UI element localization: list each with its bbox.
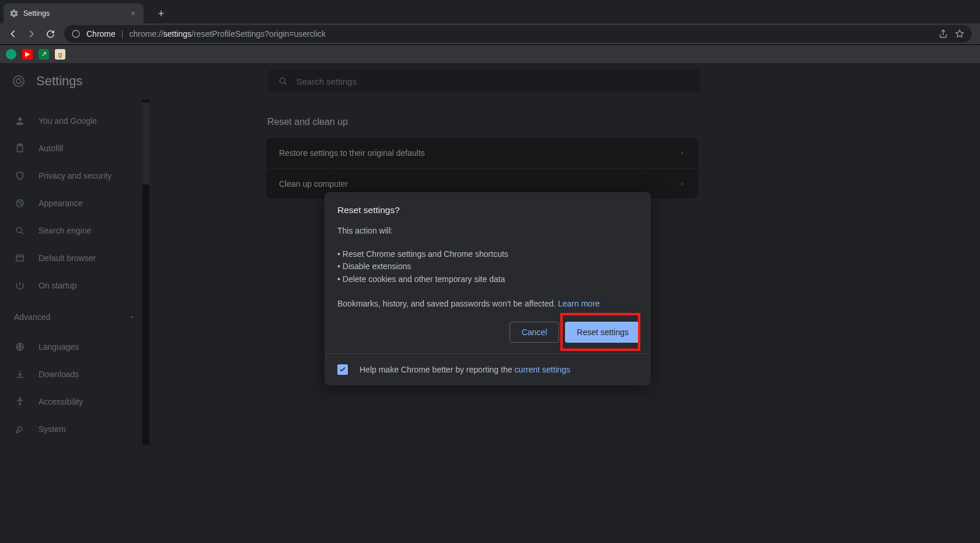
search-icon bbox=[14, 225, 26, 236]
sidebar-item-label: Autofill bbox=[39, 144, 63, 153]
dialog-bullets: • Reset Chrome settings and Chrome short… bbox=[337, 248, 638, 286]
reset-settings-dialog: Reset settings? This action will: • Rese… bbox=[325, 192, 651, 385]
bookmark-star-icon[interactable] bbox=[954, 29, 965, 39]
reload-button[interactable] bbox=[42, 26, 58, 42]
dialog-title: Reset settings? bbox=[325, 192, 651, 215]
person-icon bbox=[14, 115, 26, 127]
sidebar-item-on-startup[interactable]: On startup bbox=[0, 274, 149, 297]
sidebar-item-label: You and Google bbox=[39, 116, 97, 126]
search-placeholder: Search settings bbox=[297, 76, 357, 86]
sidebar-advanced-toggle[interactable]: Advanced bbox=[0, 303, 149, 331]
browser-toolbar: Chrome | chrome://settings/resetProfileS… bbox=[0, 23, 980, 44]
svg-point-8 bbox=[18, 202, 19, 203]
sidebar-item-system[interactable]: System bbox=[0, 417, 149, 441]
bookmark-item[interactable]: ▶ bbox=[22, 49, 33, 60]
sidebar-item-label: Languages bbox=[39, 342, 79, 351]
share-icon[interactable] bbox=[938, 29, 948, 39]
bookmark-item[interactable] bbox=[6, 49, 16, 60]
globe-icon bbox=[14, 341, 26, 353]
download-icon bbox=[14, 368, 26, 380]
sidebar-scrollbar[interactable] bbox=[142, 99, 149, 445]
sidebar-item-appearance[interactable]: Appearance bbox=[0, 192, 149, 215]
row-restore-defaults[interactable]: Restore settings to their original defau… bbox=[266, 138, 698, 168]
chevron-up-icon bbox=[128, 314, 135, 321]
url-separator: | bbox=[121, 29, 124, 39]
sidebar-item-label: Accessibility bbox=[39, 397, 83, 406]
url-origin-label: Chrome bbox=[86, 29, 116, 39]
sidebar-item-accessibility[interactable]: Accessibility bbox=[0, 390, 149, 413]
tab-strip: Settings bbox=[0, 0, 980, 23]
dialog-footer-text: Help make Chrome better by reporting the… bbox=[360, 365, 570, 374]
learn-more-link[interactable]: Learn more bbox=[558, 299, 600, 308]
svg-point-2 bbox=[16, 79, 21, 83]
chevron-right-icon bbox=[679, 181, 685, 187]
sidebar-item-label: Search engine bbox=[39, 226, 91, 235]
svg-point-3 bbox=[280, 78, 285, 83]
current-settings-link[interactable]: current settings bbox=[514, 365, 570, 374]
sidebar-item-label: System bbox=[39, 424, 66, 434]
address-bar[interactable]: Chrome | chrome://settings/resetProfileS… bbox=[64, 25, 972, 43]
settings-header: Settings Search settings bbox=[0, 63, 980, 99]
dialog-lead: This action will: bbox=[337, 225, 638, 238]
reset-card: Restore settings to their original defau… bbox=[266, 138, 698, 199]
chrome-logo-icon bbox=[12, 74, 26, 88]
svg-point-14 bbox=[19, 398, 21, 399]
close-tab-icon[interactable] bbox=[128, 9, 138, 18]
reset-settings-button[interactable]: Reset settings bbox=[565, 322, 640, 343]
sidebar-item-privacy[interactable]: Privacy and security bbox=[0, 164, 149, 187]
search-settings[interactable]: Search settings bbox=[268, 69, 700, 93]
sidebar-item-label: Downloads bbox=[39, 370, 79, 379]
tab-title: Settings bbox=[23, 9, 124, 18]
gear-icon bbox=[9, 9, 19, 18]
palette-icon bbox=[14, 197, 26, 209]
settings-title: Settings bbox=[36, 74, 83, 89]
accessibility-icon bbox=[14, 396, 26, 408]
settings-app: Settings Search settings You and Google … bbox=[0, 63, 980, 543]
bookmarks-bar: ▶ ↗ g bbox=[0, 44, 980, 63]
cancel-button[interactable]: Cancel bbox=[510, 322, 560, 343]
browser-icon bbox=[14, 252, 26, 264]
forward-button[interactable] bbox=[23, 26, 40, 42]
sidebar-item-label: Default browser bbox=[39, 253, 96, 263]
svg-point-4 bbox=[18, 117, 22, 121]
svg-point-9 bbox=[20, 201, 22, 203]
svg-point-1 bbox=[13, 76, 24, 86]
sidebar-item-autofill[interactable]: Autofill bbox=[0, 137, 149, 160]
bookmark-item[interactable]: g bbox=[55, 49, 65, 60]
dialog-note: Bookmarks, history, and saved passwords … bbox=[337, 298, 638, 311]
svg-point-7 bbox=[16, 200, 23, 207]
shield-icon bbox=[14, 170, 26, 182]
site-info-icon[interactable] bbox=[71, 29, 81, 39]
bookmark-item[interactable]: ↗ bbox=[39, 49, 49, 60]
sidebar-item-label: Privacy and security bbox=[39, 171, 111, 180]
sidebar-item-default-browser[interactable]: Default browser bbox=[0, 246, 149, 270]
sidebar-item-downloads[interactable]: Downloads bbox=[0, 363, 149, 386]
sidebar-item-label: Appearance bbox=[39, 199, 83, 208]
sidebar-item-label: On startup bbox=[39, 281, 76, 290]
svg-point-11 bbox=[16, 227, 22, 232]
svg-point-0 bbox=[72, 30, 79, 37]
power-icon bbox=[14, 280, 26, 291]
sidebar-item-languages[interactable]: Languages bbox=[0, 335, 149, 358]
report-settings-checkbox[interactable] bbox=[337, 364, 348, 375]
settings-sidebar: You and Google Autofill Privacy and secu… bbox=[0, 99, 149, 445]
wrench-icon bbox=[14, 423, 26, 435]
browser-tab[interactable]: Settings bbox=[4, 4, 144, 23]
new-tab-button[interactable] bbox=[153, 5, 169, 22]
back-button[interactable] bbox=[5, 26, 21, 42]
clipboard-icon bbox=[14, 142, 26, 154]
sidebar-item-search-engine[interactable]: Search engine bbox=[0, 219, 149, 242]
section-title: Reset and clean up bbox=[266, 117, 698, 127]
search-icon bbox=[278, 76, 288, 86]
url-text: chrome://settings/resetProfileSettings?o… bbox=[129, 29, 326, 39]
sidebar-item-you-and-google[interactable]: You and Google bbox=[0, 109, 149, 133]
chevron-right-icon bbox=[679, 150, 685, 156]
svg-point-10 bbox=[21, 204, 22, 205]
svg-rect-12 bbox=[16, 255, 23, 262]
